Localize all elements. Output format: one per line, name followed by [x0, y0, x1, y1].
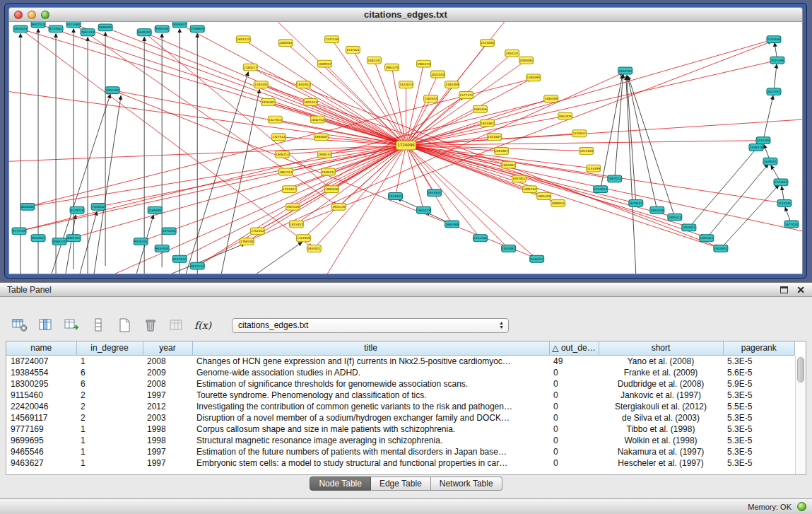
- cell-out_de[interactable]: 0: [549, 390, 599, 401]
- graph-node[interactable]: 1723450: [296, 235, 310, 242]
- graph-node[interactable]: 1909147: [317, 151, 331, 158]
- zoom-window-button[interactable]: [41, 11, 49, 19]
- network-canvas[interactable]: 1853024960731587330619115460769123496996…: [8, 21, 803, 274]
- graph-edge[interactable]: [331, 146, 406, 189]
- graph-node[interactable]: 8733061: [49, 25, 63, 33]
- close-window-button[interactable]: [14, 11, 23, 19]
- graph-node[interactable]: 1629501: [763, 158, 777, 165]
- graph-node[interactable]: 9634505: [155, 245, 169, 252]
- cell-pagerank[interactable]: 5.3E-5: [723, 412, 795, 424]
- graph-node[interactable]: 1948794: [618, 67, 632, 74]
- graph-edge[interactable]: [144, 33, 329, 188]
- graph-node[interactable]: 1832002: [296, 81, 310, 88]
- cell-title[interactable]: Corpus callosum shape and size in male p…: [192, 424, 549, 435]
- graph-node[interactable]: 1485093: [526, 74, 541, 81]
- graph-edge[interactable]: [707, 164, 768, 238]
- graph-node[interactable]: 1976187: [261, 98, 275, 105]
- graph-edge[interactable]: [406, 119, 802, 145]
- graph-node[interactable]: 1162503: [424, 95, 438, 103]
- graph-node[interactable]: 2450121: [505, 49, 519, 57]
- cell-short[interactable]: Nakamura et al. (1997): [599, 446, 723, 457]
- graph-node[interactable]: 9245012: [530, 255, 544, 262]
- cell-name[interactable]: 9115460: [6, 390, 76, 401]
- graph-node[interactable]: 2153046: [481, 40, 495, 47]
- table-row[interactable]: 969969511998Structural magnetic resonanc…: [6, 435, 795, 446]
- cell-pagerank[interactable]: 5.3E-5: [723, 457, 795, 469]
- cell-title[interactable]: Investigating the contribution of common…: [192, 401, 549, 412]
- column-chooser-icon[interactable]: [36, 316, 56, 334]
- graph-edge[interactable]: [94, 96, 121, 274]
- graph-edge[interactable]: [66, 215, 76, 274]
- cell-short[interactable]: Stergiakouli et al. (2012): [599, 401, 723, 412]
- graph-node[interactable]: 1723341: [282, 186, 296, 193]
- cell-out_de[interactable]: 49: [549, 355, 599, 367]
- graph-node[interactable]: 1981370: [417, 60, 431, 67]
- graph-node[interactable]: 1685416: [473, 105, 488, 112]
- table-row[interactable]: 1872400712008Changes of HCN gene express…: [6, 355, 795, 367]
- graph-node[interactable]: 2160693: [148, 206, 162, 214]
- graph-node[interactable]: 7504042: [91, 203, 105, 210]
- cell-short[interactable]: Tibbo et al. (1998): [599, 424, 723, 435]
- cell-year[interactable]: 2008: [143, 378, 192, 390]
- graph-node[interactable]: 1184205: [254, 81, 268, 88]
- cell-title[interactable]: Tourette syndrome. Phenomenology and cla…: [192, 390, 549, 401]
- graph-node[interactable]: 1210345: [777, 199, 792, 206]
- cell-name[interactable]: 9465546: [6, 446, 76, 457]
- graph-node[interactable]: 8808280: [20, 203, 35, 210]
- graph-node[interactable]: 1015498: [770, 57, 784, 64]
- column-header-in_degree[interactable]: in_degree: [76, 341, 143, 355]
- graph-node[interactable]: 1851975: [558, 112, 572, 119]
- graph-node[interactable]: 9777169: [12, 228, 26, 235]
- graph-node[interactable]: 8125631: [172, 255, 187, 262]
- minimize-window-button[interactable]: [28, 11, 36, 19]
- column-header-title[interactable]: title: [192, 341, 549, 355]
- graph-node[interactable]: 1605423: [700, 235, 714, 242]
- graph-edge[interactable]: [186, 72, 248, 274]
- cell-title[interactable]: Embryonic stem cells: a model to study s…: [192, 457, 549, 469]
- cell-name[interactable]: 9777169: [6, 424, 76, 435]
- network-canvas-svg[interactable]: 1853024960731587330619115460769123496996…: [9, 22, 802, 274]
- graph-node[interactable]: 1685489: [445, 221, 459, 228]
- graph-node[interactable]: 1925413: [417, 206, 431, 214]
- graph-node[interactable]: 8640291: [137, 29, 151, 36]
- delete-table-icon[interactable]: [141, 316, 160, 334]
- graph-node[interactable]: 9129720: [70, 206, 84, 214]
- cell-in_degree[interactable]: 1: [76, 446, 143, 457]
- graph-node[interactable]: 1850462: [502, 161, 516, 168]
- graph-node[interactable]: 1875312: [303, 98, 317, 105]
- graph-node[interactable]: 1415403: [756, 137, 770, 144]
- graph-node[interactable]: 1842752: [310, 116, 324, 123]
- graph-node[interactable]: 1679197: [629, 199, 643, 206]
- graph-node[interactable]: 1752342: [250, 228, 264, 235]
- function-builder-icon[interactable]: f(x): [193, 316, 213, 334]
- graph-node[interactable]: 1961375: [384, 64, 399, 71]
- tab-network-table[interactable]: Network Table: [431, 477, 502, 491]
- graph-edge[interactable]: [257, 243, 302, 274]
- column-header-name[interactable]: name: [6, 341, 76, 355]
- cell-out_de[interactable]: 0: [549, 457, 599, 469]
- graph-node[interactable]: 1953445: [428, 189, 442, 197]
- graph-node[interactable]: 1462141: [367, 57, 381, 64]
- graph-node[interactable]: 7536905: [190, 25, 204, 33]
- cell-short[interactable]: de Silva et al. (2003): [599, 412, 723, 424]
- graph-node[interactable]: 1321607: [488, 134, 502, 141]
- cell-out_de[interactable]: 0: [549, 435, 599, 446]
- graph-node[interactable]: 1834091: [502, 245, 516, 252]
- graph-edge[interactable]: [52, 95, 110, 274]
- graph-node[interactable]: 7691234: [81, 29, 95, 36]
- graph-edge[interactable]: [374, 60, 406, 145]
- graph-node[interactable]: 1963007: [314, 134, 328, 141]
- graph-node[interactable]: 1322013: [399, 81, 413, 88]
- table-row[interactable]: 946362711997Embryonic stem cells: a mode…: [6, 457, 795, 469]
- cell-in_degree[interactable]: 1: [76, 355, 143, 367]
- graph-node[interactable]: 1810467: [481, 119, 495, 127]
- cell-in_degree[interactable]: 1: [76, 435, 143, 446]
- graph-edge[interactable]: [221, 90, 259, 274]
- graph-node[interactable]: 1657811: [512, 175, 526, 182]
- graph-node[interactable]: 1853346: [650, 206, 664, 214]
- cell-in_degree[interactable]: 2: [76, 412, 143, 424]
- cell-title[interactable]: Estimation of the future numbers of pati…: [192, 446, 549, 457]
- graph-node[interactable]: 1809915: [551, 199, 565, 206]
- cell-pagerank[interactable]: 5.9E-5: [723, 378, 795, 390]
- cell-pagerank[interactable]: 5.6E-5: [723, 367, 795, 378]
